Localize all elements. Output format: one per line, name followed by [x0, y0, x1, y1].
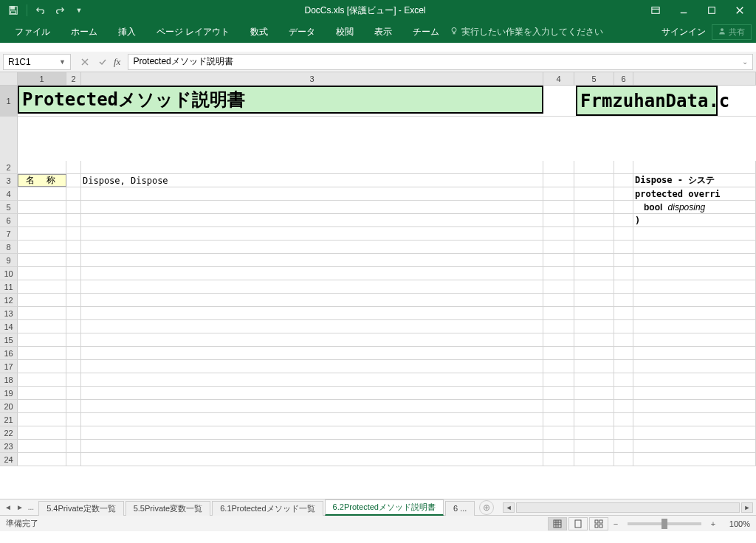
cell[interactable]: [633, 347, 756, 359]
cell[interactable]: [614, 254, 633, 266]
cell[interactable]: [81, 201, 543, 213]
cell[interactable]: [18, 360, 66, 373]
cell[interactable]: [574, 453, 614, 466]
fx-icon[interactable]: fx: [112, 56, 122, 68]
col-header[interactable]: 3: [81, 72, 543, 85]
row-header[interactable]: 9: [0, 254, 18, 266]
cell[interactable]: [574, 413, 614, 426]
cell[interactable]: [66, 360, 81, 373]
cell[interactable]: [614, 307, 633, 319]
cell[interactable]: [614, 360, 633, 373]
cell[interactable]: [66, 400, 81, 412]
cell[interactable]: [614, 241, 633, 253]
cell[interactable]: [633, 333, 756, 346]
cell[interactable]: [614, 373, 633, 386]
title-side-cell[interactable]: FrmzuhanData.c: [576, 86, 718, 116]
col-header[interactable]: 6: [614, 72, 633, 85]
cell[interactable]: [633, 360, 756, 373]
cell[interactable]: [543, 254, 574, 266]
cell[interactable]: [614, 294, 633, 306]
cell[interactable]: [633, 241, 756, 253]
zoom-out-button[interactable]: −: [610, 519, 622, 528]
tab-home[interactable]: ホーム: [61, 21, 108, 43]
tab-insert[interactable]: 挿入: [108, 21, 146, 43]
cell[interactable]: [543, 294, 574, 306]
maximize-icon[interactable]: [698, 0, 725, 21]
cell[interactable]: [18, 333, 66, 346]
cell[interactable]: [66, 174, 81, 187]
cell[interactable]: [66, 241, 81, 253]
cell[interactable]: [614, 426, 633, 439]
row-header[interactable]: 8: [0, 241, 18, 253]
cell[interactable]: [633, 320, 756, 333]
cell[interactable]: [574, 333, 614, 346]
tab-data[interactable]: データ: [278, 21, 326, 43]
sheet-nav-first-icon[interactable]: ◄: [4, 503, 12, 511]
cell[interactable]: [543, 187, 574, 200]
cell[interactable]: [18, 387, 66, 399]
cell[interactable]: [614, 387, 633, 399]
cell[interactable]: [574, 347, 614, 359]
view-pagebreak-icon[interactable]: [589, 517, 608, 530]
row-header[interactable]: 23: [0, 440, 18, 452]
cell[interactable]: [614, 227, 633, 240]
row-header[interactable]: 24: [0, 453, 18, 466]
cell[interactable]: [18, 254, 66, 266]
row-header[interactable]: 4: [0, 187, 18, 200]
cell[interactable]: [18, 373, 66, 386]
chevron-down-icon[interactable]: ▼: [59, 58, 66, 66]
new-sheet-button[interactable]: ⊕: [479, 500, 494, 515]
tab-team[interactable]: チーム: [402, 21, 450, 43]
cell[interactable]: [66, 187, 81, 200]
cell[interactable]: [614, 440, 633, 452]
cell[interactable]: [574, 174, 614, 187]
close-icon[interactable]: [726, 0, 753, 21]
ribbon-display-icon[interactable]: [642, 0, 669, 21]
cell[interactable]: [574, 373, 614, 386]
cell[interactable]: [81, 320, 543, 333]
cell[interactable]: [81, 413, 543, 426]
cell[interactable]: [66, 413, 81, 426]
row-header[interactable]: 6: [0, 214, 18, 226]
cell[interactable]: [18, 227, 66, 240]
hscroll-right-icon[interactable]: ►: [741, 502, 753, 513]
cell[interactable]: [574, 440, 614, 452]
cell[interactable]: [543, 347, 574, 359]
cell[interactable]: [66, 333, 81, 346]
cell[interactable]: [543, 320, 574, 333]
cell[interactable]: [66, 280, 81, 293]
cell[interactable]: [633, 161, 756, 173]
cell[interactable]: [574, 227, 614, 240]
cell[interactable]: [18, 187, 66, 200]
cell[interactable]: [81, 241, 543, 253]
cell[interactable]: [543, 440, 574, 452]
cell[interactable]: [66, 453, 81, 466]
cell[interactable]: [81, 440, 543, 452]
hscroll-track[interactable]: [516, 502, 740, 513]
cell[interactable]: [543, 413, 574, 426]
cell[interactable]: [81, 453, 543, 466]
cell[interactable]: [81, 254, 543, 266]
col-header[interactable]: 4: [543, 72, 574, 85]
save-icon[interactable]: [4, 1, 22, 19]
cell[interactable]: [543, 426, 574, 439]
cell[interactable]: [574, 214, 614, 226]
row-header[interactable]: 20: [0, 400, 18, 412]
cell[interactable]: [574, 320, 614, 333]
cell[interactable]: [81, 387, 543, 399]
cell[interactable]: [574, 241, 614, 253]
cell[interactable]: [633, 440, 756, 452]
view-normal-icon[interactable]: [548, 517, 567, 530]
cell[interactable]: [18, 453, 66, 466]
cell[interactable]: [633, 413, 756, 426]
zoom-level[interactable]: 100%: [721, 519, 750, 528]
zoom-in-button[interactable]: +: [707, 519, 719, 528]
cell[interactable]: [614, 320, 633, 333]
cell[interactable]: [574, 360, 614, 373]
cell[interactable]: [574, 280, 614, 293]
title-main-cell[interactable]: Protectedメソッド説明書: [18, 86, 543, 114]
cell[interactable]: [18, 241, 66, 253]
cell[interactable]: [18, 201, 66, 213]
sheet-tab[interactable]: 6.1Protectedメソッド一覧: [212, 501, 323, 516]
cell[interactable]: [81, 373, 543, 386]
